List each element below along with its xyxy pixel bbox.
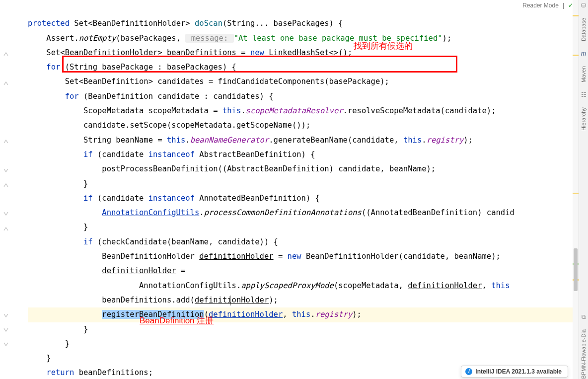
fold-icon[interactable]: [2, 210, 9, 217]
param-hint: message:: [185, 34, 233, 43]
editor-gutter: [0, 0, 14, 379]
annotation-bean-def-register: BeanDefinition 注册: [140, 315, 214, 326]
editor-scrollbar[interactable]: [573, 0, 579, 379]
tab-database[interactable]: Database: [581, 18, 587, 41]
database-icon[interactable]: ⛁: [580, 2, 587, 9]
maven-icon[interactable]: m: [580, 50, 587, 57]
fold-icon[interactable]: [2, 50, 9, 57]
current-line: registerBeanDefinition(definitionHolder,…: [28, 307, 573, 322]
fold-icon[interactable]: [2, 326, 9, 333]
update-text: IntelliJ IDEA 2021.1.3 available: [475, 368, 562, 375]
fold-icon[interactable]: [2, 181, 9, 188]
link-annotation-config-utils[interactable]: AnnotationConfigUtils: [102, 208, 199, 217]
fold-icon[interactable]: [2, 167, 9, 174]
right-tool-strip: ⛁ Database m Maven ☷ Hierarchy ⧉ BPMN-Fl…: [579, 0, 588, 379]
fold-icon[interactable]: [2, 312, 9, 319]
bpmn-icon[interactable]: ⧉: [580, 313, 587, 320]
update-notification[interactable]: i IntelliJ IDEA 2021.1.3 available: [461, 366, 568, 378]
fold-icon[interactable]: [2, 79, 9, 86]
tab-maven[interactable]: Maven: [581, 66, 587, 82]
annotation-find-candidates: 找到所有候选的: [354, 40, 413, 52]
kw-protected: protected: [28, 19, 70, 28]
caret: [230, 296, 230, 305]
hierarchy-icon[interactable]: ☷: [580, 91, 587, 98]
tab-bpmn[interactable]: BPMN-Flowable-Dia: [581, 329, 587, 379]
scrollbar-thumb[interactable]: [574, 248, 578, 291]
tab-hierarchy[interactable]: Hierarchy: [581, 107, 587, 131]
info-icon: i: [465, 368, 472, 375]
fold-icon[interactable]: [2, 138, 9, 145]
fold-icon[interactable]: [2, 225, 9, 232]
annotation-box-find-candidates: [62, 56, 457, 73]
fold-icon[interactable]: [2, 341, 9, 348]
